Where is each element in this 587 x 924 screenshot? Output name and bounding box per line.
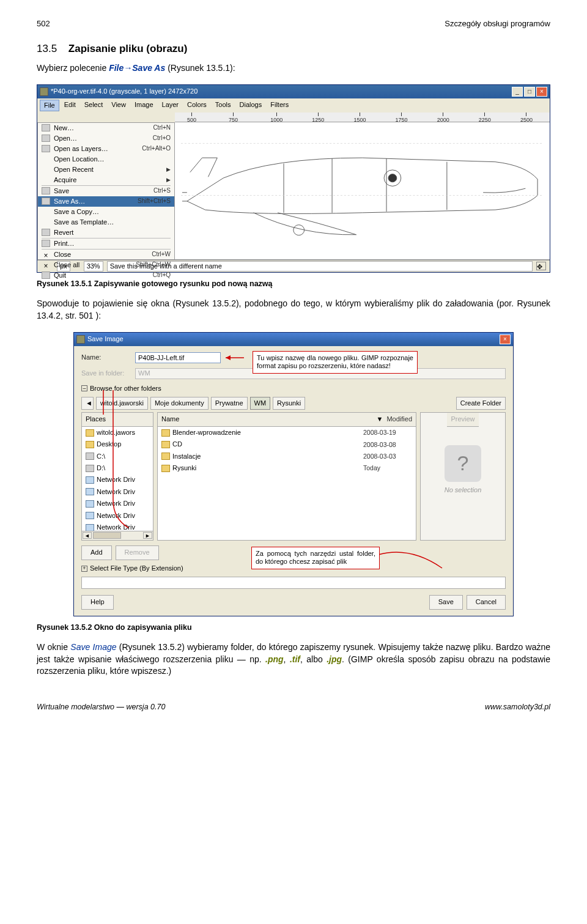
file-menu-item[interactable]: SaveCtrl+S <box>38 186 174 196</box>
add-place-button[interactable]: Add <box>81 545 112 560</box>
save-button[interactable]: Save <box>429 595 463 609</box>
file-menu-item[interactable]: Open…Ctrl+O <box>38 133 174 144</box>
preview-placeholder-icon: ? <box>445 445 481 482</box>
filetype-expander[interactable]: + <box>81 566 87 572</box>
image-canvas[interactable] <box>175 122 550 260</box>
preview-header: Preview <box>451 415 474 424</box>
menu-path-file: File <box>109 63 124 73</box>
path-segment[interactable]: WM <box>250 397 271 410</box>
ruler-tick: 1250 <box>312 113 324 122</box>
svg-point-1 <box>388 174 397 182</box>
path-bar[interactable]: ◄ witold.jaworskiMoje dokumentyPrywatneW… <box>81 397 506 410</box>
file-menu-item[interactable]: ×CloseCtrl+W <box>38 249 174 260</box>
menubar-item-view[interactable]: View <box>108 100 130 111</box>
menu-item-icon <box>42 166 50 173</box>
menu-item-icon <box>42 218 50 226</box>
path-segment[interactable]: Prywatne <box>211 397 248 410</box>
file-menu-item[interactable]: Print… <box>38 238 174 249</box>
menubar-item-filters[interactable]: Filters <box>267 100 292 111</box>
file-menu-item[interactable]: Open as Layers…Ctrl+Alt+O <box>38 144 174 154</box>
file-row[interactable]: CD2008-03-08 <box>158 438 416 450</box>
ruler-tick: 500 <box>187 113 196 122</box>
save-image-ref: Save Image <box>70 642 116 652</box>
menu-item-icon <box>42 145 50 152</box>
menu-item-icon <box>42 124 50 131</box>
file-row[interactable]: Instalacje2008-03-03 <box>158 451 416 462</box>
nav-icon[interactable]: ✥ <box>536 262 546 270</box>
file-menu-item[interactable]: New…Ctrl+N <box>38 123 174 133</box>
footer-left: Wirtualne modelarstwo — wersja 0.70 <box>37 702 165 713</box>
places-scrollbar[interactable]: ◄► <box>82 531 153 540</box>
file-menu-dropdown[interactable]: New…Ctrl+NOpen…Ctrl+OOpen as Layers…Ctrl… <box>37 122 175 260</box>
menubar[interactable]: FileEditSelectViewImageLayerColorsToolsD… <box>37 98 550 113</box>
window-title: *P40-org-ver.tif-4.0 (grayscale, 1 layer… <box>51 87 198 96</box>
file-menu-item[interactable]: ×Close allShift+Ctrl+W <box>38 260 174 270</box>
create-folder-button[interactable]: Create Folder <box>456 397 506 410</box>
ruler-tick: 1750 <box>396 113 408 122</box>
menu-item-label: Close all <box>54 261 136 270</box>
file-menu-item[interactable]: Save a Copy… <box>38 207 174 217</box>
menu-shortcut: Ctrl+S <box>153 187 171 195</box>
menu-item-label: Quit <box>54 271 153 280</box>
preview-panel: Preview ? No selection <box>420 412 506 541</box>
horizontal-ruler: 5007501000125015001750200022502500 <box>175 113 550 122</box>
path-segment[interactable]: Moje dokumenty <box>150 397 209 410</box>
files-name-header[interactable]: Name <box>161 415 179 424</box>
menubar-item-image[interactable]: Image <box>131 100 157 111</box>
remove-place-button: Remove <box>116 545 159 560</box>
file-name: CD <box>172 440 361 449</box>
intro-paragraph: Wybierz polecenie File→Save As (Rysunek … <box>37 62 550 75</box>
path-segment[interactable]: Rysunki <box>273 397 305 410</box>
menubar-item-colors[interactable]: Colors <box>183 100 210 111</box>
file-row[interactable]: RysunkiToday <box>158 462 416 474</box>
file-menu-item[interactable]: Open Recent▶ <box>38 164 174 175</box>
menu-shortcut: Ctrl+Q <box>153 271 171 279</box>
cancel-button[interactable]: Cancel <box>467 595 506 609</box>
submenu-arrow-icon: ▶ <box>166 176 171 184</box>
section-title-text: Zapisanie pliku (obrazu) <box>68 43 188 54</box>
ext-tif: .tif <box>290 654 300 664</box>
file-menu-item[interactable]: Open Location… <box>38 154 174 164</box>
menu-item-label: Acquire <box>54 176 163 185</box>
callout-folder-hint: Za pomocą tych narzędzi ustal folder, do… <box>251 547 380 570</box>
file-row[interactable]: Blender-wprowadzenie2008-03-19 <box>158 427 416 438</box>
maximize-button[interactable]: □ <box>524 87 535 97</box>
ruler-tick: 2250 <box>479 113 491 122</box>
file-menu-item[interactable]: Revert <box>38 227 174 238</box>
file-modified: Today <box>363 464 412 473</box>
help-button[interactable]: Help <box>81 595 114 609</box>
menubar-item-edit[interactable]: Edit <box>61 100 79 111</box>
file-menu-item[interactable]: QuitCtrl+Q <box>38 270 174 281</box>
menubar-item-select[interactable]: Select <box>81 100 107 111</box>
figure2-caption: Rysunek 13.5.2 Okno do zapisywania pliku <box>37 623 550 634</box>
files-panel[interactable]: Name ▼ Modified Blender-wprowadzenie2008… <box>157 412 416 541</box>
section-heading: 13.5 Zapisanie pliku (obrazu) <box>37 42 550 56</box>
menu-item-label: Open Recent <box>54 165 163 174</box>
files-modified-header[interactable]: Modified <box>386 415 412 423</box>
dialog-title: Save Image <box>87 334 124 344</box>
minimize-button[interactable]: _ <box>512 87 523 97</box>
dialog-close-button[interactable]: × <box>500 334 511 344</box>
menubar-item-tools[interactable]: Tools <box>212 100 235 111</box>
menu-item-icon <box>42 198 50 205</box>
menu-shortcut: Ctrl+N <box>153 124 171 132</box>
menubar-item-dialogs[interactable]: Dialogs <box>236 100 266 111</box>
filename-input[interactable] <box>135 352 221 363</box>
dialog-titlebar[interactable]: Save Image × <box>74 333 513 346</box>
menu-item-icon <box>42 155 50 163</box>
file-menu-item[interactable]: Save as Template… <box>38 217 174 227</box>
file-menu-item[interactable]: Acquire▶ <box>38 175 174 185</box>
file-menu-item[interactable]: Save As…Shift+Ctrl+S <box>38 196 174 207</box>
final-paragraph: W oknie Save Image (Rysunek 13.5.2) wybi… <box>37 641 550 678</box>
airplane-drawing <box>175 122 550 259</box>
gimp-main-window: *P40-org-ver.tif-4.0 (grayscale, 1 layer… <box>37 84 550 273</box>
window-titlebar[interactable]: *P40-org-ver.tif-4.0 (grayscale, 1 layer… <box>37 85 550 98</box>
browse-expander[interactable]: – <box>81 385 87 391</box>
ruler-tick: 2500 <box>520 113 533 122</box>
menubar-item-layer[interactable]: Layer <box>158 100 183 111</box>
menu-shortcut: Ctrl+Alt+O <box>142 144 171 153</box>
menubar-item-file[interactable]: File <box>40 100 59 111</box>
close-button[interactable]: × <box>536 87 547 97</box>
folder-icon <box>161 465 170 472</box>
menu-item-icon <box>42 229 50 236</box>
